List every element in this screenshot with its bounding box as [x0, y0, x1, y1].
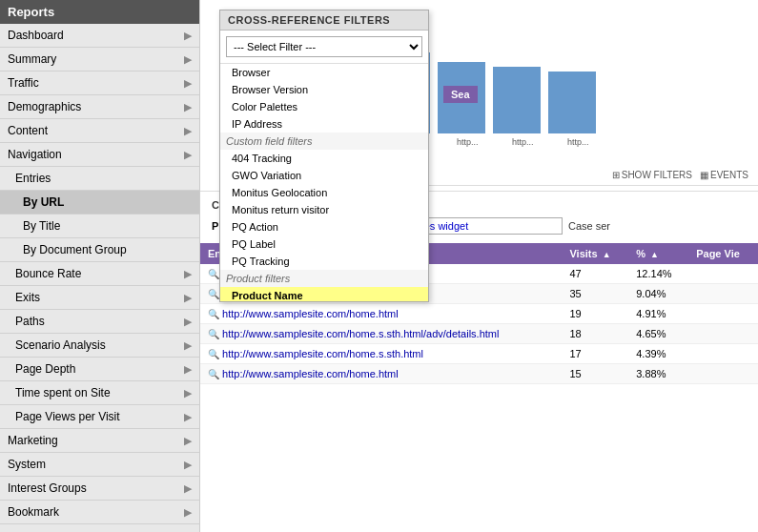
sidebar-item-label: Page Depth	[15, 362, 75, 376]
sidebar-item-traffic[interactable]: Traffic▶	[0, 72, 199, 95]
sidebar-arrow-icon: ▶	[184, 125, 192, 137]
filter-option[interactable]: Monitus return visitor	[220, 201, 428, 218]
sidebar-item-label: Entries	[15, 172, 51, 185]
filter-option[interactable]: Product Name	[220, 287, 428, 301]
search-icon: 🔍	[208, 269, 219, 279]
sidebar-item-label: Demographics	[8, 100, 81, 113]
sidebar-title: Reports	[0, 0, 199, 24]
table-cell-visits: 47	[562, 264, 628, 284]
sidebar-item-label: Navigation	[8, 148, 62, 161]
search-icon: 🔍	[208, 349, 219, 359]
sidebar-item-time-spent[interactable]: Time spent on Site▶	[0, 381, 199, 405]
col-pageviews: Page Vie	[688, 243, 758, 264]
filter-option[interactable]: IP Address	[220, 115, 428, 133]
sidebar-item-marketing[interactable]: Marketing▶	[0, 429, 199, 453]
table-row: 🔍 http://www.samplesite.com/home.html153…	[200, 364, 758, 384]
sidebar-item-label: By URL	[15, 195, 64, 209]
sidebar-arrow-icon: ▶	[184, 53, 192, 66]
sidebar-arrow-icon: ▶	[184, 268, 192, 280]
col-pct: % ▲	[628, 243, 688, 264]
filter-option[interactable]: Browser Version	[220, 81, 428, 98]
search-icon: 🔍	[208, 309, 219, 319]
filter-option[interactable]: PQ Tracking	[220, 253, 428, 270]
table-cell-pct: 4.65%	[628, 324, 688, 344]
filter-option[interactable]: Browser	[220, 64, 428, 81]
sidebar-item-label: Interest Groups	[8, 481, 87, 495]
sidebar-item-label: Traffic	[8, 76, 39, 90]
table-cell-pct: 4.91%	[628, 304, 688, 324]
sidebar-arrow-icon: ▶	[184, 482, 192, 495]
search-icon: 🔍	[208, 369, 219, 379]
filter-popup: CROSS-REFERENCE FILTERS --- Select Filte…	[219, 10, 429, 302]
table-cell-pct: 4.39%	[628, 344, 688, 364]
search-area: Sea	[443, 86, 478, 103]
filter-dropdown-list: BrowserBrowser VersionColor PalettesIP A…	[220, 63, 428, 301]
sidebar-arrow-icon: ▶	[184, 30, 192, 42]
sidebar-arrow-icon: ▶	[184, 506, 192, 519]
filter-option[interactable]: PQ Label	[220, 235, 428, 253]
bar-label: http...	[457, 137, 504, 147]
sidebar-item-by-title[interactable]: By Title	[0, 215, 199, 238]
table-cell-pageviews	[688, 324, 758, 344]
sidebar-item-exits[interactable]: Exits▶	[0, 286, 199, 310]
filter-option[interactable]: 404 Tracking	[220, 150, 428, 167]
sidebar-arrow-icon: ▶	[184, 77, 192, 90]
sidebar-item-label: System	[8, 458, 46, 471]
sidebar-item-label: Marketing	[8, 434, 58, 447]
sidebar-item-bookmark[interactable]: Bookmark▶	[0, 501, 199, 524]
sidebar-item-label: Bounce Rate	[15, 267, 81, 280]
table-cell-visits: 35	[562, 284, 628, 304]
filter-popup-title: CROSS-REFERENCE FILTERS	[220, 10, 428, 31]
sidebar-item-system[interactable]: System▶	[0, 453, 199, 477]
bar-label: http...	[512, 137, 560, 147]
sidebar-item-bounce-rate[interactable]: Bounce Rate▶	[0, 262, 199, 286]
sidebar-arrow-icon: ▶	[184, 411, 192, 423]
sidebar-item-scenario-analysis[interactable]: Scenario Analysis▶	[0, 334, 199, 358]
filter-option[interactable]: Monitus Geolocation	[220, 184, 428, 201]
table-cell-pageviews	[688, 284, 758, 304]
table-cell-url: 🔍 http://www.samplesite.com/home.s.sth.h…	[200, 344, 562, 364]
sidebar-item-navigation[interactable]: Navigation▶	[0, 143, 199, 167]
sidebar-arrow-icon: ▶	[184, 339, 192, 352]
sidebar-item-by-document-group[interactable]: By Document Group	[0, 238, 199, 262]
sidebar-arrow-icon: ▶	[184, 101, 192, 113]
sidebar-arrow-icon: ▶	[184, 459, 192, 471]
table-row: 🔍 http://www.samplesite.com/home.s.sth.h…	[200, 344, 758, 364]
table-cell-url: 🔍 http://www.samplesite.com/home.html	[200, 304, 562, 324]
sidebar-item-entries[interactable]: Entries	[0, 167, 199, 191]
search-icon: 🔍	[208, 329, 219, 339]
filter-option[interactable]: PQ Action	[220, 218, 428, 235]
table-cell-pageviews	[688, 364, 758, 384]
sidebar-item-content[interactable]: Content▶	[0, 119, 199, 143]
table-cell-pageviews	[688, 264, 758, 284]
filter-select-dropdown[interactable]: --- Select Filter ---	[226, 36, 422, 57]
filter-option[interactable]: GWO Variation	[220, 167, 428, 184]
table-cell-visits: 17	[562, 344, 628, 364]
sidebar-arrow-icon: ▶	[184, 149, 192, 161]
filter-option[interactable]: Color Palettes	[220, 98, 428, 115]
sidebar-item-label: Summary	[8, 52, 56, 66]
sidebar-item-label: Content	[8, 124, 48, 137]
sidebar-item-label: Page Views per Visit	[15, 410, 120, 423]
sidebar-arrow-icon: ▶	[184, 435, 192, 447]
sidebar-item-page-views[interactable]: Page Views per Visit▶	[0, 405, 199, 429]
table-row: 🔍 http://www.samplesite.com/home.s.sth.h…	[200, 324, 758, 344]
sidebar-item-paths[interactable]: Paths▶	[0, 310, 199, 334]
table-cell-pct: 9.04%	[628, 284, 688, 304]
table-cell-pageviews	[688, 304, 758, 324]
table-cell-pageviews	[688, 344, 758, 364]
sidebar-item-summary[interactable]: Summary▶	[0, 48, 199, 72]
events-button[interactable]: ▦ EVENTS	[700, 170, 748, 180]
sidebar-item-label: Time spent on Site	[15, 386, 111, 399]
search-icon: 🔍	[208, 289, 219, 299]
table-cell-pct: 3.88%	[628, 364, 688, 384]
sidebar-item-by-url[interactable]: By URL	[0, 191, 199, 215]
show-filters-button[interactable]: ⊞ SHOW FILTERS	[612, 170, 692, 180]
sidebar-item-page-depth[interactable]: Page Depth▶	[0, 358, 199, 381]
sidebar-item-demographics[interactable]: Demographics▶	[0, 95, 199, 119]
table-cell-visits: 15	[562, 364, 628, 384]
sidebar-item-dashboard[interactable]: Dashboard▶	[0, 24, 199, 48]
sidebar-item-interest-groups[interactable]: Interest Groups▶	[0, 477, 199, 501]
sidebar-arrow-icon: ▶	[184, 316, 192, 328]
sidebar-arrow-icon: ▶	[184, 387, 192, 399]
